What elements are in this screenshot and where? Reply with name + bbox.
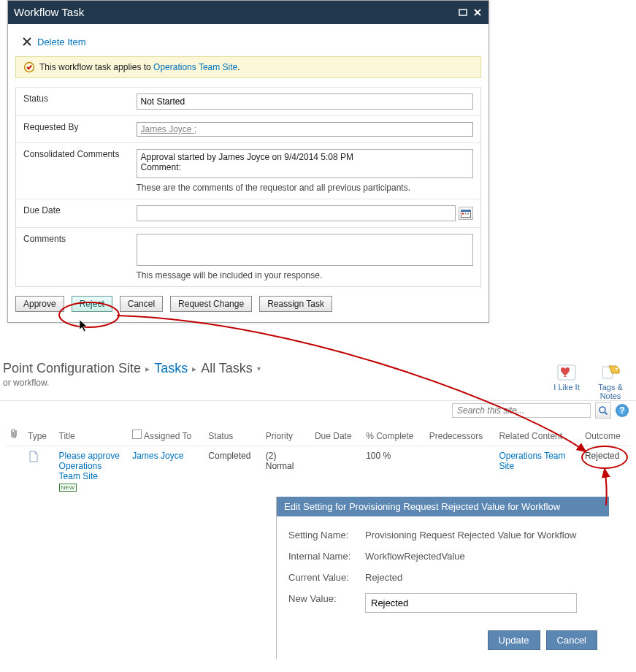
consolidated-comments-label: Consolidated Comments [16,143,129,199]
breadcrumb-list-link[interactable]: Tasks [154,361,188,376]
breadcrumb-sep-icon: ▸ [192,364,196,374]
row-pred [425,446,495,497]
col-outcome[interactable]: Outcome [581,426,630,446]
new-comments-box[interactable] [137,234,474,266]
consolidated-comments-box[interactable]: Approval started by James Joyce on 9/4/2… [137,149,474,178]
sub-note: or workflow. [3,378,261,388]
chevron-down-icon[interactable]: ▾ [257,364,261,373]
table-row[interactable]: Please approve Operations Team Site NEW … [6,446,630,497]
tags-notes-button[interactable]: Tags & Notes [592,362,629,400]
col-priority[interactable]: Priority [261,426,310,446]
row-related-link[interactable]: Operations Team Site [499,451,565,471]
form-table: Status Requested By James Joyce ; Consol… [15,87,481,287]
current-value-value: Rejected [365,572,402,583]
reassign-task-button[interactable]: Reassign Task [259,296,332,312]
comments-line1: Approval started by James Joyce on 9/4/2… [141,152,470,162]
current-value-label: Current Value: [288,572,365,583]
notice-suffix: . [237,62,240,72]
svg-point-10 [599,407,605,413]
delete-item-link[interactable]: Delete Item [37,37,85,47]
notice-bar: This workflow task applies to Operations… [15,56,481,78]
svg-rect-0 [459,9,467,15]
requested-by-input[interactable]: James Joyce ; [137,122,474,137]
heart-icon [555,362,578,383]
svg-rect-6 [467,213,469,215]
dialog-titlebar: Workflow Task [8,1,489,24]
breadcrumb: Point Configuration Site ▸ Tasks ▸ All T… [3,361,261,376]
col-related[interactable]: Related Content [494,426,581,446]
new-value-input[interactable] [365,593,577,613]
comments-line2: Comment: [141,162,470,172]
request-change-button[interactable]: Request Change [170,296,252,312]
setting-name-value: Provisioning Request Rejected Value for … [365,530,576,541]
row-priority: (2) Normal [261,446,310,497]
internal-name-label: Internal Name: [288,551,365,562]
breadcrumb-sep-icon: ▸ [145,364,150,374]
col-due[interactable]: Due Date [310,426,361,446]
tasks-grid: Type Title Assigned To Status Priority D… [0,421,636,496]
col-pct[interactable]: % Complete [361,426,425,446]
due-date-label: Due Date [16,199,129,228]
approve-button[interactable]: Approve [15,296,64,312]
col-status[interactable]: Status [204,426,261,446]
col-assigned[interactable]: Assigned To [144,431,191,441]
svg-rect-5 [465,213,467,215]
new-value-label: New Value: [288,593,365,613]
breadcrumb-view: All Tasks [201,361,253,376]
cancel-edit-button[interactable]: Cancel [546,630,597,650]
button-row: Approve Reject Cancel Request Change Rea… [15,287,481,322]
setting-name-label: Setting Name: [288,530,365,541]
requested-by-value: James Joyce ; [141,124,197,134]
tasks-area: Point Configuration Site ▸ Tasks ▸ All T… [0,358,636,496]
row-title-link[interactable]: Please approve Operations Team Site [59,451,120,481]
search-go-button[interactable] [595,402,611,419]
cancel-button[interactable]: Cancel [120,296,163,312]
requested-by-label: Requested By [16,116,129,143]
tag-icon [599,362,622,383]
attachment-icon [10,429,19,439]
new-badge: NEW [59,484,77,492]
rail-like-label: I Like It [553,383,579,392]
update-button[interactable]: Update [488,630,540,650]
document-icon [28,451,39,462]
row-outcome: Rejected [581,446,630,497]
rail-tags-label: Tags & Notes [592,383,629,400]
check-icon [23,61,35,73]
svg-point-9 [616,368,618,370]
notice-prefix: This workflow task applies to [39,62,153,72]
maximize-icon[interactable] [458,7,468,18]
new-comments-help: This message will be included in your re… [137,270,474,280]
reject-button[interactable]: Reject [72,296,112,312]
svg-rect-3 [461,210,471,213]
dialog-title: Workflow Task [14,1,84,24]
col-pred[interactable]: Predecessors [425,426,495,446]
delete-icon [21,36,33,47]
col-title[interactable]: Title [55,426,129,446]
col-type[interactable]: Type [23,426,55,446]
status-label: Status [16,88,129,116]
new-comments-label: Comments [16,228,129,287]
edit-setting-dialog: Edit Setting for Provisioning Request Re… [276,497,609,659]
close-icon[interactable] [472,7,483,18]
calendar-icon[interactable] [459,207,473,220]
notice-site-link[interactable]: Operations Team Site [153,62,237,72]
help-icon[interactable]: ? [616,404,629,417]
row-assigned-link[interactable]: James Joyce [132,451,183,461]
select-all-checkbox[interactable] [132,429,142,439]
row-pct: 100 % [361,446,425,497]
internal-name-value: WorkflowRejectedValue [365,551,465,562]
status-input[interactable] [137,93,474,110]
workflow-task-dialog: Workflow Task Delete Item [7,0,489,323]
row-due [310,446,361,497]
comments-help: These are the comments of the requestor … [137,183,474,193]
i-like-it-button[interactable]: I Like It [548,362,585,392]
breadcrumb-site: Point Configuration Site [3,361,141,376]
svg-rect-4 [462,213,464,215]
row-status: Completed [204,446,261,497]
search-input[interactable] [452,403,591,418]
edit-dialog-title: Edit Setting for Provisioning Request Re… [277,497,609,516]
due-date-input[interactable] [137,205,456,221]
